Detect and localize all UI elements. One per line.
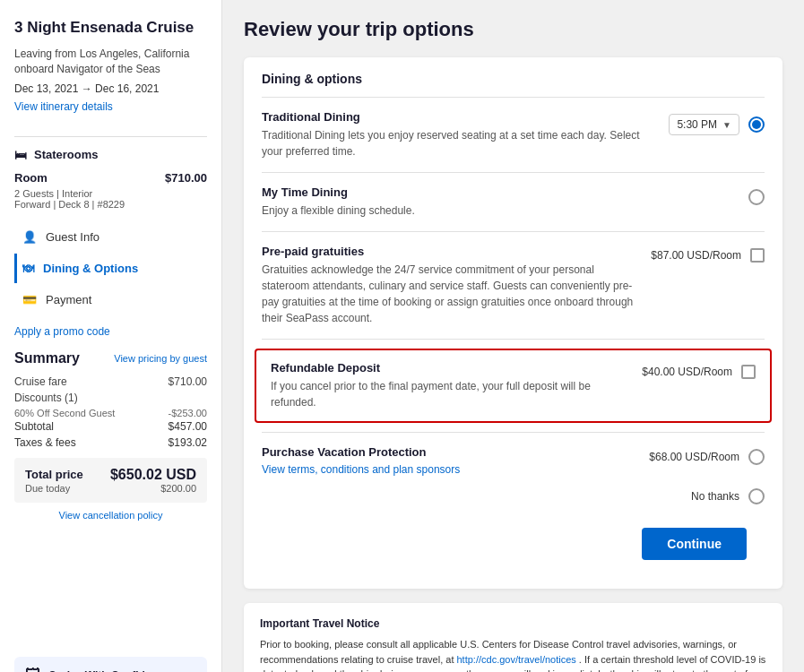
due-today-row: Due today $200.00 [25,483,196,494]
my-time-dining-control [748,185,765,205]
vacation-radio[interactable] [748,449,765,465]
refundable-deposit-row: Refundable Deposit If you cancel prior t… [255,349,772,423]
traditional-dining-row: Traditional Dining Traditional Dining le… [244,98,782,172]
prepaid-desc: Gratuities acknowledge the 24/7 service … [262,262,640,326]
discounts-row: Discounts (1) [14,392,207,404]
my-time-dining-radio[interactable] [748,189,765,205]
traditional-dining-content: Traditional Dining Traditional Dining le… [262,110,658,159]
cruise-fare-row: Cruise fare $710.00 [14,375,207,388]
staterooms-header: Staterooms [14,148,207,162]
room-row: Room $710.00 [14,171,207,185]
my-time-dining-row: My Time Dining Enjoy a flexible dining s… [244,173,782,231]
refundable-deposit-checkbox[interactable] [741,365,756,379]
vacation-protection-row: Purchase Vacation Protection View terms,… [244,433,782,488]
no-thanks-row: No thanks [244,488,782,515]
refundable-deposit-desc: If you cancel prior to the final payment… [271,378,631,410]
traditional-dining-control: 5:30 PM ▼ [669,110,765,135]
leaving-from: Leaving from Los Angeles, California onb… [14,47,207,77]
trip-dates: Dec 13, 2021 → Dec 16, 2021 [14,82,207,95]
discount-detail-row: 60% Off Second Guest -$253.00 [14,408,207,418]
view-pricing-link[interactable]: View pricing by guest [114,353,207,364]
vacation-title: Purchase Vacation Protection [262,445,638,459]
summary-title: Summary [14,350,80,366]
no-thanks-label: No thanks [691,490,739,503]
confidence-box: Cruise With Confidence Our Cruise with C… [14,657,207,672]
person-icon [22,230,37,244]
main-content: Review your trip options Dining & option… [222,0,804,672]
summary-header: Summary View pricing by guest [14,350,207,366]
prepaid-gratuities-row: Pre-paid gratuities Gratuities acknowled… [244,232,782,339]
refundable-deposit-content: Refundable Deposit If you cancel prior t… [271,361,631,410]
taxes-row: Taxes & fees $193.02 [14,436,207,449]
room-details: 2 Guests | Interior Forward | Deck 8 | #… [14,188,207,210]
prepaid-price: $87.00 USD/Room [651,249,741,262]
vacation-content: Purchase Vacation Protection View terms,… [262,445,638,476]
prepaid-checkbox[interactable] [750,248,765,263]
my-time-dining-desc: Enjoy a flexible dining schedule. [262,202,656,219]
subtotal-row: Subtotal $457.00 [14,420,207,433]
prepaid-content: Pre-paid gratuities Gratuities acknowled… [262,245,640,326]
card-divider-4 [262,339,765,340]
total-row: Total price $650.02 USD [25,467,196,483]
cdc-link[interactable]: http://cdc.gov/travel/notices [457,654,576,665]
continue-button[interactable]: Continue [642,528,747,560]
page-title: Review your trip options [244,18,782,41]
my-time-dining-title: My Time Dining [262,185,738,199]
no-thanks-radio[interactable] [748,488,765,504]
dining-icon [22,262,34,275]
traditional-dining-title: Traditional Dining [262,110,658,124]
trip-title: 3 Night Ensenada Cruise [14,18,207,38]
cancellation-link[interactable]: View cancellation policy [14,510,207,521]
refundable-deposit-title: Refundable Deposit [271,361,631,375]
dining-time-value: 5:30 PM [677,118,717,131]
refundable-deposit-control: $40.00 USD/Room [642,361,756,379]
promo-code-link[interactable]: Apply a promo code [14,325,207,338]
sidebar-item-dining-options[interactable]: Dining & Options [14,254,207,283]
prepaid-title: Pre-paid gratuities [262,245,640,258]
vacation-price: $68.00 USD/Room [649,451,739,463]
card-section-title: Dining & options [244,57,782,86]
payment-icon [22,293,37,306]
sidebar-item-payment[interactable]: Payment [14,285,207,314]
travel-notice: Important Travel Notice Prior to booking… [244,603,782,672]
vacation-terms-link[interactable]: View terms, conditions and plan sponsors [262,463,460,476]
traditional-dining-desc: Traditional Dining lets you enjoy reserv… [262,127,656,159]
confidence-header: Cruise With Confidence [25,666,196,672]
divider-1 [14,136,207,137]
my-time-dining-content: My Time Dining Enjoy a flexible dining s… [262,185,738,219]
refundable-deposit-price: $40.00 USD/Room [642,366,732,378]
options-card: Dining & options Traditional Dining Trad… [244,57,782,589]
dining-time-dropdown[interactable]: 5:30 PM ▼ [669,114,739,135]
total-box: Total price $650.02 USD Due today $200.0… [14,458,207,503]
view-itinerary-link[interactable]: View itinerary details [14,100,207,113]
sidebar: 3 Night Ensenada Cruise Leaving from Los… [0,0,222,672]
sidebar-item-guest-info[interactable]: Guest Info [14,222,207,252]
shield-icon [25,666,41,672]
bed-icon [14,148,27,162]
vacation-control: $68.00 USD/Room [649,445,765,465]
prepaid-control: $87.00 USD/Room [651,245,765,263]
chevron-down-icon: ▼ [722,120,731,130]
traditional-dining-radio[interactable] [748,116,765,133]
travel-notice-title: Important Travel Notice [260,616,766,632]
